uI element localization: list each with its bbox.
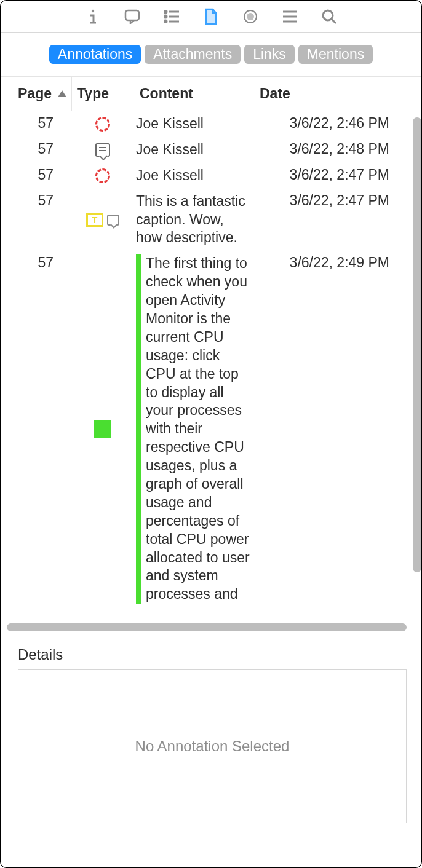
highlight-bar bbox=[136, 254, 141, 604]
cell-type bbox=[72, 420, 133, 438]
table-row[interactable]: 57 The first thing to check when you ope… bbox=[1, 251, 421, 607]
cell-date: 3/6/22, 2:49 PM bbox=[253, 254, 421, 271]
inspector-window: Annotations Attachments Links Mentions P… bbox=[0, 0, 422, 868]
table-header: Page Type Content Date bbox=[1, 77, 421, 111]
cell-type: T bbox=[72, 213, 133, 227]
cell-page: 57 bbox=[1, 141, 72, 159]
shape-annotation-icon bbox=[95, 168, 110, 183]
comment-icon[interactable] bbox=[123, 7, 141, 26]
column-type-label: Type bbox=[77, 85, 109, 102]
cell-page: 57 bbox=[1, 115, 72, 133]
record-icon[interactable] bbox=[241, 7, 260, 26]
cell-content: Joe Kissell bbox=[133, 167, 253, 185]
note-annotation-icon bbox=[95, 143, 110, 157]
cell-content: Joe Kissell bbox=[133, 141, 253, 159]
tab-annotations[interactable]: Annotations bbox=[49, 45, 141, 64]
column-type[interactable]: Type bbox=[72, 77, 133, 111]
table-row[interactable]: 57 Joe Kissell 3/6/22, 2:47 PM bbox=[1, 163, 421, 189]
tab-mentions[interactable]: Mentions bbox=[298, 45, 373, 64]
comment-annotation-icon bbox=[107, 215, 119, 226]
svg-point-4 bbox=[164, 15, 167, 18]
details-empty-text: No Annotation Selected bbox=[135, 738, 290, 755]
column-page[interactable]: Page bbox=[1, 77, 72, 111]
column-content[interactable]: Content bbox=[133, 77, 253, 111]
column-page-label: Page bbox=[18, 85, 52, 102]
tab-attachments[interactable]: Attachments bbox=[145, 45, 241, 64]
cell-type bbox=[72, 115, 133, 133]
cell-page: 57 bbox=[1, 192, 72, 209]
details-empty-box: No Annotation Selected bbox=[18, 669, 407, 823]
vertical-scrollbar[interactable] bbox=[413, 117, 421, 572]
svg-point-13 bbox=[323, 10, 333, 20]
svg-point-0 bbox=[92, 9, 94, 12]
document-icon[interactable] bbox=[202, 7, 220, 26]
highlight-annotation-icon bbox=[94, 420, 111, 438]
svg-point-2 bbox=[164, 10, 167, 13]
svg-point-9 bbox=[247, 13, 254, 20]
shape-annotation-icon bbox=[95, 117, 110, 132]
cell-date: 3/6/22, 2:46 PM bbox=[253, 115, 421, 133]
tab-links[interactable]: Links bbox=[244, 45, 295, 64]
info-icon[interactable] bbox=[84, 7, 102, 26]
column-date[interactable]: Date bbox=[253, 77, 421, 111]
table-body-wrap: 57 Joe Kissell 3/6/22, 2:46 PM 57 Joe Ki… bbox=[1, 111, 421, 621]
details-panel: Details No Annotation Selected bbox=[1, 633, 421, 867]
table-row[interactable]: 57 Joe Kissell 3/6/22, 2:48 PM bbox=[1, 137, 421, 163]
svg-line-14 bbox=[332, 19, 336, 23]
column-date-label: Date bbox=[260, 85, 290, 102]
cell-page: 57 bbox=[1, 254, 72, 271]
toolbar bbox=[1, 1, 421, 33]
svg-rect-1 bbox=[125, 10, 139, 20]
horizontal-scrollbar-thumb[interactable] bbox=[7, 623, 407, 631]
cell-date: 3/6/22, 2:47 PM bbox=[253, 192, 421, 209]
text-annotation-icon: T bbox=[86, 213, 103, 227]
horizontal-scrollbar-track[interactable] bbox=[1, 621, 421, 633]
cell-content: This is a fantastic caption. Wow, how de… bbox=[133, 192, 253, 248]
table-body[interactable]: 57 Joe Kissell 3/6/22, 2:46 PM 57 Joe Ki… bbox=[1, 111, 421, 621]
search-icon[interactable] bbox=[320, 7, 338, 26]
cell-page: 57 bbox=[1, 167, 72, 185]
tab-bar: Annotations Attachments Links Mentions bbox=[1, 33, 421, 77]
menu-icon[interactable] bbox=[281, 7, 299, 26]
svg-point-6 bbox=[164, 20, 167, 23]
column-content-label: Content bbox=[140, 85, 193, 102]
cell-content: The first thing to check when you open A… bbox=[133, 254, 253, 604]
table-row[interactable]: 57 Joe Kissell 3/6/22, 2:46 PM bbox=[1, 111, 421, 137]
cell-type bbox=[72, 167, 133, 185]
cell-date: 3/6/22, 2:47 PM bbox=[253, 167, 421, 185]
list-icon[interactable] bbox=[162, 7, 181, 26]
details-title: Details bbox=[18, 646, 407, 663]
cell-date: 3/6/22, 2:48 PM bbox=[253, 141, 421, 159]
cell-content: Joe Kissell bbox=[133, 115, 253, 133]
cell-type bbox=[72, 141, 133, 159]
sort-ascending-icon bbox=[58, 90, 66, 97]
table-row[interactable]: 57 T This is a fantastic caption. Wow, h… bbox=[1, 189, 421, 251]
